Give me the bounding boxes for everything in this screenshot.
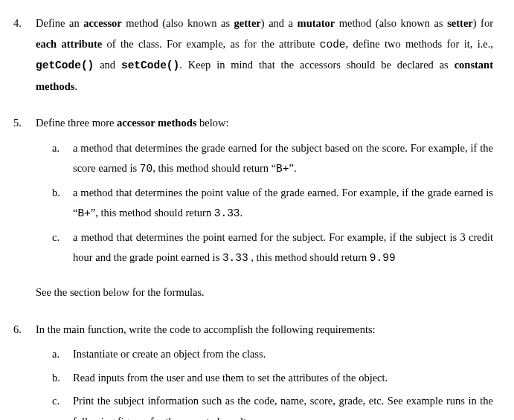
item-text: In the main function, write the code to … xyxy=(36,320,493,340)
numbered-list: 4. Define an accessor method (also known… xyxy=(13,13,493,420)
see-note: See the section below for the formulas. xyxy=(36,282,493,303)
sub-text: Read inputs from the user and use them t… xyxy=(73,368,388,389)
sub-text: Print the subject information such as th… xyxy=(73,391,493,420)
sub-item: b. a method that determines the point va… xyxy=(52,183,493,224)
sub-letter: a. xyxy=(52,138,64,180)
sub-letter: b. xyxy=(52,183,64,224)
item-number: 5. xyxy=(13,113,25,303)
sub-letter: a. xyxy=(52,344,64,365)
sub-text: a method that determines the grade earne… xyxy=(73,138,493,180)
sub-letter: c. xyxy=(52,227,64,269)
item-number: 6. xyxy=(13,320,25,420)
sub-list: a. a method that determines the grade ea… xyxy=(36,138,493,269)
sub-item: a. Instantiate or create an object from … xyxy=(52,344,493,365)
item-body: In the main function, write the code to … xyxy=(36,320,493,420)
list-item-6: 6. In the main function, write the code … xyxy=(13,320,493,420)
item-text: Define three more accessor methods below… xyxy=(36,113,493,134)
sub-item: b. Read inputs from the user and use the… xyxy=(52,368,493,389)
list-item-5: 5. Define three more accessor methods be… xyxy=(13,113,493,303)
sub-text: a method that determines the point earne… xyxy=(73,227,493,269)
item-number: 4. xyxy=(13,13,25,97)
list-item-4: 4. Define an accessor method (also known… xyxy=(13,13,493,97)
sub-item: c. Print the subject information such as… xyxy=(52,391,493,420)
sub-text: a method that determines the point value… xyxy=(73,183,493,224)
sub-list: a. Instantiate or create an object from … xyxy=(36,344,493,420)
item-body: Define an accessor method (also known as… xyxy=(36,13,493,97)
sub-letter: c. xyxy=(52,391,64,420)
item-body: Define three more accessor methods below… xyxy=(36,113,493,303)
sub-item: c. a method that determines the point ea… xyxy=(52,227,493,269)
sub-item: a. a method that determines the grade ea… xyxy=(52,138,493,180)
sub-letter: b. xyxy=(52,368,64,389)
sub-text: Instantiate or create an object from the… xyxy=(73,344,266,365)
